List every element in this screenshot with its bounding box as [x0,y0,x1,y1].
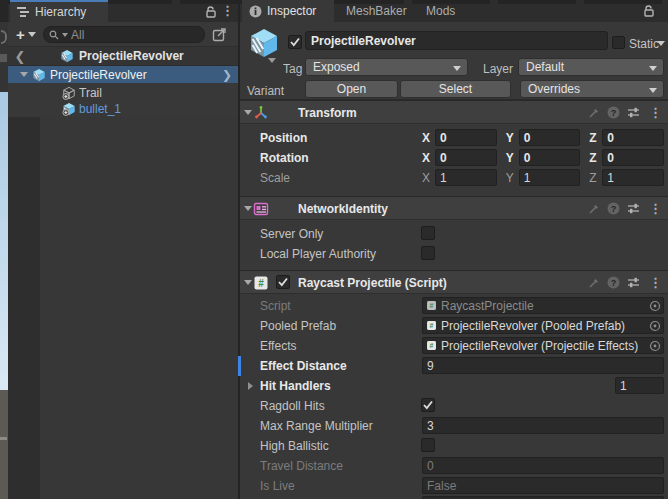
property-row-travel-distance: Travel Distance 0 [240,456,668,476]
help-icon[interactable]: ? [607,202,620,215]
position-y-field[interactable]: 0 [519,129,581,146]
local-player-authority-checkbox[interactable] [421,246,435,260]
object-field-value: RaycastProjectile [441,299,534,313]
tab-inspector-label: Inspector [267,4,316,18]
overrides-dropdown[interactable]: Overrides [520,80,664,98]
eyedropper-icon[interactable] [588,277,600,289]
server-only-checkbox[interactable] [421,226,435,240]
svg-text:#: # [430,322,434,329]
gameobject-name-field[interactable]: ProjectileRevolver [305,31,608,50]
static-label: Static [629,37,659,51]
layer-dropdown[interactable]: Default [518,58,664,76]
lock-icon[interactable] [642,4,655,17]
hierarchy-icon [16,5,30,19]
foldout-closed-icon[interactable] [248,382,253,390]
prefab-icon-large[interactable] [248,27,280,59]
hierarchy-row-bullet[interactable]: bullet_1 [8,100,238,117]
effects-object-field[interactable]: # ProjectileRevolver (Projectile Effects… [422,337,664,354]
hierarchy-menu-icon[interactable]: ⋮ [221,3,234,18]
position-x-field[interactable]: 0 [435,129,497,146]
tab-mods[interactable]: Mods [426,4,455,18]
high-ballistic-checkbox[interactable] [421,438,435,452]
popout-window-icon[interactable] [211,26,228,43]
gameobject-active-checkbox[interactable] [288,35,302,49]
search-input[interactable]: All [43,26,205,43]
foldout-open-icon[interactable] [20,72,28,77]
check-icon [277,276,289,288]
variant-label: Variant [247,84,284,98]
static-checkbox[interactable] [612,36,625,49]
prefab-back-button[interactable]: ❮ [8,49,32,64]
prefab-breadcrumb-name[interactable]: ProjectileRevolver [79,49,184,63]
object-picker-icon[interactable] [649,340,661,352]
transform-header[interactable]: Transform ? ⋮ [240,100,668,124]
tab-hierarchy-label: Hierarchy [35,5,86,19]
help-icon[interactable]: ? [607,276,620,289]
hierarchy-panel: Hierarchy ⋮ + All ❮ [8,0,238,499]
object-picker-icon[interactable] [649,300,661,312]
gameobject-added-icon [62,86,76,100]
eyedropper-icon[interactable] [588,203,600,215]
hierarchy-row-root[interactable]: ProjectileRevolver ❯ [8,66,238,83]
raycast-projectile-header[interactable]: # Raycast Projectile (Script) ? ⋮ [240,270,668,294]
hierarchy-row-trail[interactable]: Trail [8,84,238,101]
foldout-open-icon[interactable] [244,110,252,115]
tab-hierarchy[interactable]: Hierarchy [10,0,108,22]
search-text: All [71,28,84,42]
is-live-field: False [422,477,664,494]
foldout-open-icon[interactable] [244,206,252,211]
gameobject-name: Trail [79,86,102,100]
prefab-select-button[interactable]: Select [400,80,511,98]
component-menu-icon[interactable]: ⋮ [649,105,662,120]
rotation-z-field[interactable]: 0 [602,149,664,166]
tag-dropdown[interactable]: Exposed [305,58,468,76]
scale-y-field[interactable]: 1 [519,169,581,186]
component-enabled-checkbox[interactable] [276,275,290,289]
rotation-x-field[interactable]: 0 [435,149,497,166]
tab-meshbaker[interactable]: MeshBaker [346,4,407,18]
axis-y-label: Y [506,151,519,165]
presets-icon[interactable] [627,202,640,215]
networkidentity-header[interactable]: NetworkIdentity ? ⋮ [240,196,668,220]
component-menu-icon[interactable]: ⋮ [649,275,662,290]
rotation-y-field[interactable]: 0 [519,149,581,166]
script-object-field[interactable]: # RaycastProjectile [422,297,664,314]
property-label: Ragdoll Hits [260,399,325,413]
property-label: Local Player Authority [260,247,376,261]
eyedropper-icon[interactable] [588,107,600,119]
axis-x-label: X [422,131,435,145]
prefab-open-chevron-icon[interactable]: ❯ [222,68,232,82]
lock-icon[interactable] [204,5,217,18]
hierarchy-empty-area[interactable] [8,117,238,499]
object-picker-icon[interactable] [649,320,661,332]
property-row-local-player-authority: Local Player Authority [240,244,668,264]
object-field-value: ProjectileRevolver (Pooled Prefab) [441,319,625,333]
foldout-open-icon[interactable] [244,280,252,285]
prefab-open-button[interactable]: Open [305,80,398,98]
presets-icon[interactable] [627,276,640,289]
static-flags-caret-icon[interactable] [657,41,665,46]
inspector-tabbar: Inspector MeshBaker Mods [240,0,668,22]
gameobject-header: ProjectileRevolver Static Tag Exposed La… [240,22,668,100]
inspector-panel: Inspector MeshBaker Mods ProjectileRevol… [240,0,668,499]
icon-picker-caret[interactable] [268,58,276,63]
max-range-multiplier-field[interactable]: 3 [422,417,664,434]
gameobject-name: bullet_1 [79,102,121,116]
check-icon [289,36,301,48]
component-menu-icon[interactable]: ⋮ [649,201,662,216]
presets-icon[interactable] [627,106,640,119]
hit-handlers-size-field[interactable]: 1 [615,377,664,394]
travel-distance-field: 0 [422,457,664,474]
effect-distance-field[interactable]: 9 [422,357,664,374]
scale-z-field[interactable]: 1 [602,169,664,186]
help-icon[interactable]: ? [607,106,620,119]
search-filter-caret-icon [62,33,68,37]
property-label: Hit Handlers [260,379,331,393]
pooled-prefab-object-field[interactable]: # ProjectileRevolver (Pooled Prefab) [422,317,664,334]
tab-inspector[interactable]: Inspector [242,0,334,22]
property-label: Server Only [260,227,323,241]
ragdoll-hits-checkbox[interactable] [421,398,435,412]
create-object-button[interactable]: + [16,26,40,42]
scale-x-field[interactable]: 1 [435,169,497,186]
position-z-field[interactable]: 0 [602,129,664,146]
